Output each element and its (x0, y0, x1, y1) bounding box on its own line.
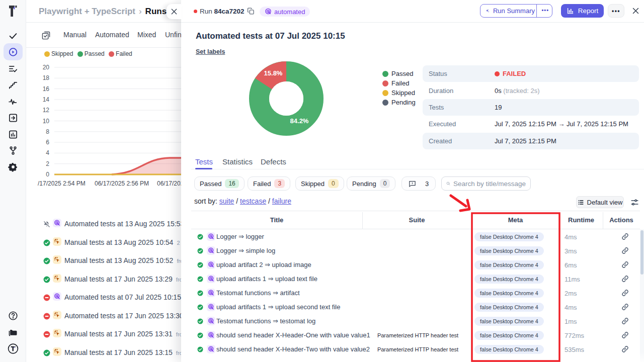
svg-text:84.2%: 84.2% (290, 117, 309, 125)
svg-text:0: 0 (46, 171, 49, 178)
svg-text:15.8%: 15.8% (264, 69, 283, 77)
svg-text:18: 18 (43, 74, 50, 81)
svg-text:8: 8 (46, 128, 49, 135)
svg-text:16: 16 (43, 85, 50, 93)
svg-text:14: 14 (43, 96, 50, 103)
svg-text:2: 2 (46, 160, 49, 167)
svg-text:12: 12 (43, 107, 50, 114)
svg-text:6: 6 (46, 139, 49, 146)
svg-text:4: 4 (46, 149, 49, 156)
svg-text:10: 10 (43, 118, 50, 125)
svg-text:20: 20 (43, 64, 50, 71)
